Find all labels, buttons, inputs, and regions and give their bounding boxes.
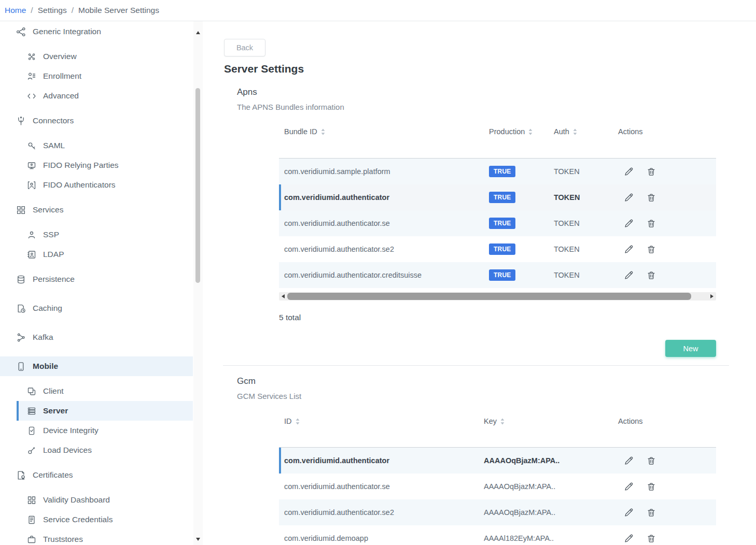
edit-icon[interactable]: [623, 192, 634, 203]
sidebar-scrollbar[interactable]: [193, 21, 203, 545]
sidebar-item-enrollment[interactable]: Enrollment: [0, 66, 193, 86]
scroll-down-arrow[interactable]: [193, 535, 203, 543]
production-cell: TRUE: [489, 166, 554, 177]
back-button[interactable]: Back: [224, 39, 265, 56]
column-header-production[interactable]: Production: [489, 127, 554, 136]
sidebar-item-services[interactable]: Services: [0, 200, 193, 220]
gcm-section-title: Gcm: [237, 376, 256, 387]
sidebar-item-ssp[interactable]: SSP: [0, 225, 193, 245]
apns-row[interactable]: com.veridiumid.sample.platformTRUETOKEN: [279, 159, 716, 184]
apns-horizontal-scrollbar[interactable]: [279, 292, 716, 300]
apns-row[interactable]: com.veridiumid.authenticator.creditsuiss…: [279, 262, 716, 288]
row-actions: [618, 507, 716, 518]
gcm-row[interactable]: com.veridiumid.authenticator.se2AAAAOqBj…: [279, 499, 716, 525]
sidebar-item-label: Service Credentials: [43, 515, 113, 524]
column-header-actions: Actions: [618, 127, 716, 136]
sidebar-item-overview[interactable]: Overview: [0, 47, 193, 66]
edit-icon[interactable]: [623, 507, 634, 518]
sidebar-item-certificates[interactable]: Certificates: [0, 465, 193, 485]
delete-icon[interactable]: [646, 481, 656, 492]
column-header-key[interactable]: Key: [484, 417, 618, 425]
sidebar-item-device-integrity[interactable]: Device Integrity: [0, 421, 193, 440]
apns-total-count: 5 total: [279, 313, 301, 322]
column-header-auth[interactable]: Auth: [554, 127, 618, 136]
wrench-icon: [27, 445, 36, 455]
sidebar-item-validity-dashboard[interactable]: Validity Dashboard: [0, 490, 193, 510]
sidebar-item-service-credentials[interactable]: Service Credentials: [0, 510, 193, 529]
sidebar-item-advanced[interactable]: Advanced: [0, 86, 193, 106]
main-content: Back Server Settings Apns The APNS Bundl…: [203, 21, 756, 545]
sidebar-group-persistence: Persistence: [0, 269, 193, 289]
sort-icon: [296, 418, 300, 425]
column-header-bundle-id[interactable]: Bundle ID: [279, 127, 489, 136]
person-icon: [27, 230, 36, 240]
sidebar-item-label: SAML: [43, 141, 65, 150]
sidebar-item-label: Load Devices: [43, 446, 92, 455]
dashboard-icon: [27, 495, 36, 505]
delete-icon[interactable]: [646, 507, 656, 518]
sidebar-item-fido-relying-parties[interactable]: FIDO Relying Parties: [0, 155, 193, 175]
page-title: Server Settings: [224, 62, 304, 76]
document-icon: [27, 514, 36, 525]
column-header-id[interactable]: ID: [279, 417, 484, 425]
edit-icon[interactable]: [623, 270, 634, 280]
apns-row[interactable]: com.veridiumid.authenticator.se2TRUETOKE…: [279, 236, 716, 262]
sidebar-item-label: SSP: [43, 230, 59, 239]
key-cell: AAAAOqBjazM:APA..: [484, 508, 618, 517]
sidebar-group-caching: Caching: [0, 298, 193, 318]
scroll-left-arrow[interactable]: [279, 292, 287, 300]
sidebar-item-load-devices[interactable]: Load Devices: [0, 440, 193, 460]
delete-icon[interactable]: [646, 455, 656, 466]
sidebar-item-mobile[interactable]: Mobile: [0, 356, 193, 376]
breadcrumb: Home/Settings/Mobile Server Settings: [0, 0, 756, 21]
sidebar-scrollbar-thumb[interactable]: [195, 88, 200, 283]
client-icon: [27, 386, 36, 396]
code-icon: [27, 91, 36, 101]
sidebar-item-label: Validity Dashboard: [43, 495, 110, 505]
sidebar-item-kafka[interactable]: Kafka: [0, 327, 193, 347]
edit-icon[interactable]: [623, 533, 634, 543]
delete-icon[interactable]: [646, 533, 656, 543]
delete-icon[interactable]: [646, 166, 656, 177]
edit-icon[interactable]: [623, 481, 634, 492]
sidebar-item-persistence[interactable]: Persistence: [0, 269, 193, 289]
new-button[interactable]: New: [665, 340, 716, 357]
sidebar-item-client[interactable]: Client: [0, 381, 193, 401]
edit-icon[interactable]: [623, 244, 634, 254]
gcm-row[interactable]: com.veridiumid.demoappAAAAl182EyM:APA..: [279, 525, 716, 545]
edit-icon[interactable]: [623, 455, 634, 466]
scroll-up-arrow[interactable]: [193, 28, 203, 37]
cache-icon: [16, 303, 26, 313]
sidebar-item-fido-authenticators[interactable]: FIDO Authenticators: [0, 175, 193, 195]
true-badge: TRUE: [489, 192, 515, 203]
edit-icon[interactable]: [623, 218, 634, 228]
sidebar-item-ldap[interactable]: LDAP: [0, 245, 193, 264]
breadcrumb-settings[interactable]: Settings: [38, 6, 67, 15]
row-actions: [618, 455, 716, 466]
sidebar-item-label: LDAP: [43, 250, 64, 259]
bundle-id-cell: com.veridiumid.authenticator.se2: [279, 245, 489, 253]
delete-icon[interactable]: [646, 218, 656, 228]
sidebar-sublist: ClientServerDevice IntegrityLoad Devices: [0, 381, 193, 460]
delete-icon[interactable]: [646, 192, 656, 203]
scrollbar-track[interactable]: [287, 292, 708, 300]
edit-icon[interactable]: [623, 166, 634, 177]
sidebar-item-truststores[interactable]: Truststores: [0, 529, 193, 545]
scroll-right-arrow[interactable]: [708, 292, 716, 300]
apns-row[interactable]: com.veridiumid.authenticator.seTRUETOKEN: [279, 210, 716, 236]
true-badge: TRUE: [489, 243, 515, 255]
delete-icon[interactable]: [646, 244, 656, 254]
sidebar-sublist: SAMLFIDO Relying PartiesFIDO Authenticat…: [0, 136, 193, 195]
scrollbar-thumb[interactable]: [287, 293, 691, 300]
sidebar-item-connectors[interactable]: Connectors: [0, 111, 193, 131]
gcm-row[interactable]: com.veridiumid.authenticatorAAAAOqBjazM:…: [279, 448, 716, 474]
apns-row[interactable]: com.veridiumid.authenticatorTRUETOKEN: [279, 184, 716, 210]
sidebar-item-caching[interactable]: Caching: [0, 298, 193, 318]
sidebar-item-server[interactable]: Server: [17, 401, 193, 421]
gcm-row[interactable]: com.veridiumid.authenticator.seAAAAOqBja…: [279, 474, 716, 499]
delete-icon[interactable]: [646, 270, 656, 280]
sidebar-item-saml[interactable]: SAML: [0, 136, 193, 155]
gcm-section-subtitle: GCM Services List: [237, 391, 301, 401]
sidebar-item-generic-integration[interactable]: Generic Integration: [0, 22, 193, 41]
breadcrumb-home[interactable]: Home: [5, 6, 26, 15]
